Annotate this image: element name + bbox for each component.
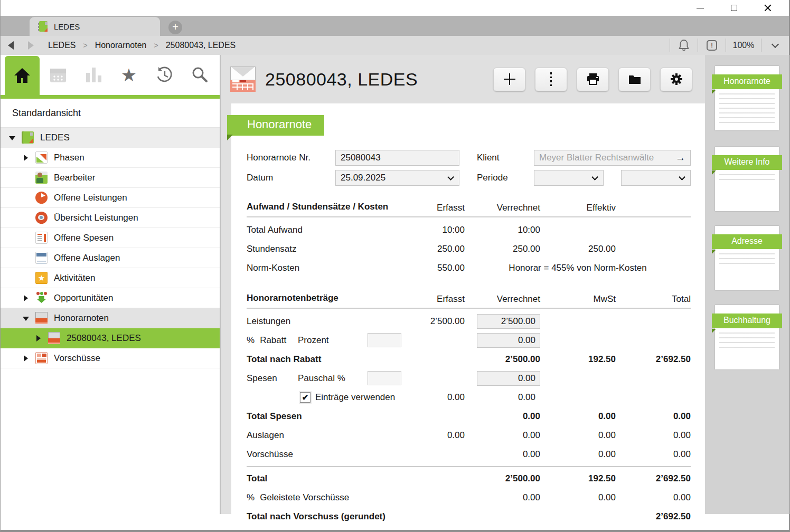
expand-icon[interactable] [23, 355, 29, 362]
row-label: Leistungen [247, 312, 400, 331]
expand-icon[interactable] [23, 295, 29, 301]
field-label-klient: Klient [477, 153, 534, 163]
goto-client-icon[interactable]: → [675, 152, 685, 164]
new-tab-button[interactable] [168, 21, 182, 34]
tree-item-offene-auslagen[interactable]: Offene Auslagen [1, 248, 220, 268]
close-icon [764, 4, 772, 12]
form-page: Honorarnote Honorarnote Nr. Klient → [231, 103, 705, 514]
expand-toolbar-button[interactable] [761, 36, 789, 55]
spesen-pauschal-input[interactable] [368, 371, 401, 385]
forward-button[interactable] [21, 41, 41, 50]
minimize-button[interactable] [683, 0, 717, 16]
rabatt-prozent-input[interactable] [368, 333, 401, 347]
print-button[interactable] [577, 68, 609, 91]
record-header: 25080043, LEDES [221, 55, 705, 103]
add-button[interactable] [493, 68, 525, 91]
back-button[interactable] [1, 41, 21, 50]
section-title: Honorarnotenbeträge [247, 292, 400, 305]
field-label-periode: Periode [477, 173, 534, 183]
nav-card-label[interactable]: Adresse [712, 234, 782, 249]
tree-item-label: Phasen [54, 153, 84, 163]
percent-icon[interactable]: % [247, 492, 255, 503]
nav-card-label[interactable]: Weitere Info [712, 155, 782, 170]
sidebar-tab-favorites[interactable]: ★ [111, 55, 146, 95]
tree-item-opportunitaeten[interactable]: Opportunitäten [1, 288, 220, 308]
sidebar-tab-home[interactable] [5, 56, 40, 95]
tree-item-bearbeiter[interactable]: Bearbeiter [1, 168, 220, 188]
row-label: Vorschüsse [247, 445, 400, 464]
view-title: Standardansicht [1, 99, 220, 128]
nav-card-label[interactable]: Honorarnote [712, 74, 782, 89]
breadcrumb-item-current[interactable]: 25080043, LEDES [166, 41, 236, 50]
tree-item-uebersicht-leistungen[interactable]: Übersicht Leistungen [1, 208, 220, 228]
date-input[interactable] [341, 173, 448, 183]
star-icon: ★ [121, 66, 137, 84]
row-total-aufwand: Total Aufwand 10:00 10:00 [247, 221, 691, 240]
date-dropdown[interactable] [335, 170, 459, 186]
spesen-verrechnet-input[interactable]: 0.00 [477, 371, 540, 386]
sidebar-tab-calendar[interactable] [41, 55, 76, 95]
breadcrumb-separator: > [83, 41, 87, 50]
period-from-dropdown[interactable] [534, 170, 604, 186]
expand-icon[interactable] [23, 155, 29, 161]
tree-item-25080043[interactable]: 25080043, LEDES [1, 328, 220, 348]
value-verrechnet: 250.00 [465, 244, 540, 254]
tab-ledes[interactable]: LEDES [30, 17, 160, 36]
tab-strip: LEDES [1, 16, 789, 36]
zoom-level[interactable]: 100% [726, 41, 761, 50]
eintraege-checkbox[interactable] [300, 392, 311, 403]
invoice-number-field[interactable] [335, 150, 459, 166]
client-input[interactable] [539, 153, 675, 163]
tree-item-label: Offene Spesen [54, 233, 114, 243]
value-total: 0.00 [616, 411, 691, 422]
tree-item-aktivitaeten[interactable]: Aktivitäten [1, 268, 220, 288]
sidebar-tab-search[interactable] [182, 55, 217, 95]
invoice-number-input[interactable] [341, 153, 454, 163]
maximize-button[interactable] [717, 0, 751, 16]
row-label: Total [247, 469, 400, 488]
spacer [23, 255, 29, 261]
row-total-nach-rabatt: Total nach Rabatt 2’500.00 192.50 2’692.… [247, 350, 691, 369]
value-erfasst: 550.00 [400, 263, 465, 273]
collapse-icon[interactable] [23, 315, 29, 321]
spacer [23, 195, 29, 201]
breadcrumb-item-ledes[interactable]: LEDES [48, 41, 76, 50]
leistungen-verrechnet-input[interactable]: 2’500.00 [477, 314, 540, 329]
close-button[interactable] [751, 0, 785, 16]
row-total: Total 2’500.00 192.50 2’692.50 [247, 469, 691, 488]
settings-button[interactable] [660, 68, 692, 91]
minimize-icon [697, 8, 704, 8]
sidebar-tab-reports[interactable] [76, 55, 111, 95]
aufwand-section: Aufwand / Stundensätze / Kosten Erfasst … [247, 201, 691, 278]
breadcrumb-item-honorarnoten[interactable]: Honorarnoten [95, 41, 147, 50]
sidebar-tab-history[interactable] [147, 55, 182, 95]
row-auslagen: Auslagen 0.00 0.00 0.00 0.00 [247, 426, 691, 445]
nav-card-label[interactable]: Buchhaltung [712, 314, 782, 328]
tree-item-ledes[interactable]: LEDES [1, 128, 220, 148]
row-label: Total Aufwand [247, 221, 400, 240]
alerts-button[interactable]: ! [698, 36, 726, 55]
value-total: 2’692.50 [616, 354, 691, 365]
rabatt-verrechnet-input[interactable]: 0.00 [477, 333, 540, 348]
expand-icon[interactable] [35, 335, 42, 341]
collapse-icon[interactable] [9, 135, 15, 141]
percent-icon[interactable]: % [247, 335, 255, 346]
tree-item-label: 25080043, LEDES [67, 333, 141, 344]
notifications-button[interactable] [670, 36, 698, 55]
activity-star-icon [35, 272, 48, 284]
invoice-form: Honorarnote Nr. Klient → Datum [247, 150, 691, 190]
tree-item-label: Aktivitäten [54, 273, 95, 283]
value-verrechnet: 0.00 [465, 411, 540, 422]
period-to-dropdown[interactable] [621, 170, 691, 186]
tree-item-vorschuesse[interactable]: Vorschüsse [1, 348, 220, 368]
tree-item-phasen[interactable]: Phasen [1, 148, 220, 168]
client-field[interactable]: → [534, 150, 691, 166]
person-icon [35, 172, 48, 184]
open-folder-button[interactable] [618, 68, 651, 91]
tree-item-offene-spesen[interactable]: Offene Spesen [1, 228, 220, 248]
tree-item-offene-leistungen[interactable]: Offene Leistungen [1, 188, 220, 208]
row-label: Stundensatz [247, 240, 400, 259]
more-actions-button[interactable] [535, 68, 567, 91]
tree-item-honorarnoten[interactable]: Honorarnoten [1, 308, 220, 328]
banner-fold [227, 135, 233, 140]
